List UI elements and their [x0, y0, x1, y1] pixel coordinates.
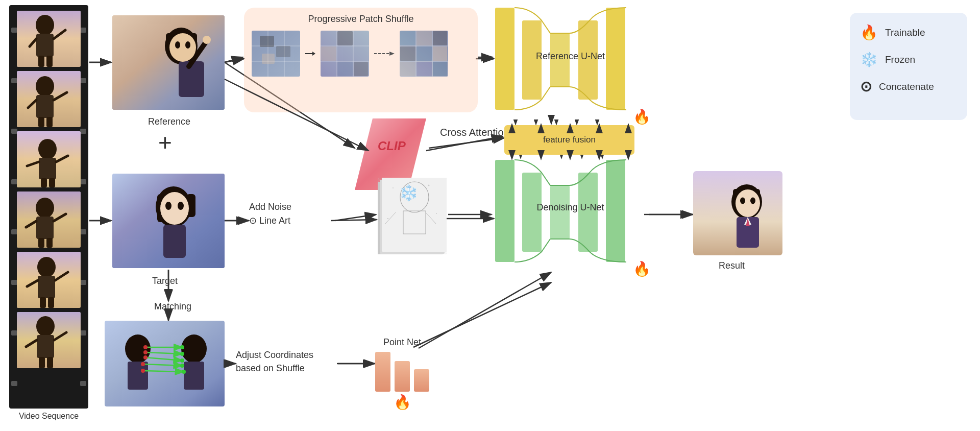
shuffle-box: Progressive Patch Shuffle	[244, 8, 478, 112]
trainable-label: Trainable	[885, 27, 925, 38]
shuffle-img-3	[400, 31, 448, 77]
svg-rect-34	[46, 56, 53, 67]
film-frame-5	[17, 252, 81, 308]
svg-point-84	[160, 192, 189, 225]
svg-marker-97	[312, 52, 315, 56]
svg-rect-105	[354, 62, 368, 76]
svg-rect-149	[606, 160, 625, 262]
ref-unet-label: Reference U-Net	[536, 51, 605, 62]
plus-sign: +	[158, 129, 172, 156]
target-label: Target	[152, 276, 178, 286]
film-frame-6	[17, 312, 81, 368]
adjust-coords-section: Adjust Coordinates based on Shuffle	[236, 350, 313, 374]
concatenate-icon: ⊙	[860, 78, 872, 95]
legend-frozen: ❄️ Frozen	[860, 51, 957, 68]
legend-trainable: 🔥 Trainable	[860, 24, 957, 41]
point-net-bar-2	[395, 361, 410, 392]
adjust-coords-label: Adjust Coordinates	[236, 350, 313, 361]
clip-label: CLIP	[378, 139, 406, 153]
svg-point-177	[750, 198, 755, 204]
svg-rect-61	[40, 297, 46, 308]
svg-rect-87	[163, 225, 186, 258]
svg-point-162	[143, 350, 148, 354]
diagram-container: Video Sequence	[0, 0, 980, 431]
svg-rect-114	[400, 31, 415, 45]
shuffle-arrow-1	[305, 49, 315, 59]
svg-point-164	[141, 362, 145, 366]
cross-attention-label: Cross Attention	[440, 127, 509, 138]
shuffle-dots	[374, 49, 395, 59]
svg-rect-54	[38, 238, 44, 248]
shuffle-title: Progressive Patch Shuffle	[308, 14, 414, 25]
svg-rect-62	[48, 297, 54, 308]
svg-rect-119	[433, 46, 447, 61]
svg-marker-108	[389, 52, 395, 56]
feature-fusion-label: feature fusion	[543, 135, 596, 145]
svg-point-64	[36, 316, 55, 337]
svg-rect-70	[112, 15, 225, 110]
svg-point-136	[393, 187, 394, 188]
matching-label: Matching	[154, 301, 191, 312]
film-strip	[9, 5, 88, 409]
video-sequence-label: Video Sequence	[9, 412, 88, 421]
svg-point-50	[36, 198, 54, 218]
add-noise-section: Add Noise ⊙ Line Art	[249, 202, 291, 226]
svg-rect-152	[128, 362, 148, 390]
svg-point-86	[178, 202, 184, 210]
trainable-icon: 🔥	[860, 24, 878, 41]
svg-point-168	[180, 358, 184, 363]
svg-line-9	[331, 220, 377, 221]
svg-point-176	[740, 198, 745, 204]
svg-rect-95	[262, 54, 275, 64]
svg-rect-94	[276, 46, 290, 57]
svg-point-163	[143, 355, 148, 360]
svg-point-78	[175, 41, 180, 49]
svg-point-153	[181, 334, 207, 363]
point-net-bar-1	[375, 352, 390, 392]
svg-point-167	[180, 352, 184, 356]
svg-rect-33	[38, 56, 44, 67]
shuffle-images	[252, 31, 448, 77]
point-net-fire: 🔥	[375, 394, 429, 411]
feature-fusion: feature fusion	[504, 125, 634, 155]
svg-point-57	[37, 257, 56, 277]
line-art-label: ⊙ Line Art	[249, 215, 291, 226]
svg-line-4	[225, 59, 244, 62]
reference-label: Reference	[148, 116, 190, 127]
matched-image	[105, 321, 225, 406]
svg-point-36	[36, 76, 54, 97]
svg-point-175	[736, 189, 760, 217]
svg-rect-140	[495, 8, 514, 110]
svg-line-22	[419, 272, 551, 348]
svg-point-77	[169, 33, 196, 62]
svg-point-169	[180, 364, 184, 368]
legend-box: 🔥 Trainable ❄️ Frozen ⊙ Concatenate	[850, 13, 967, 120]
svg-rect-144	[606, 8, 625, 110]
svg-rect-30	[36, 34, 54, 57]
svg-rect-37	[36, 95, 54, 118]
clip-snowflake: ❄️	[399, 184, 418, 202]
svg-line-206	[413, 282, 551, 347]
film-frame-3	[17, 131, 81, 187]
svg-rect-40	[38, 117, 44, 127]
svg-point-79	[185, 41, 190, 49]
film-frame-1	[17, 11, 81, 67]
ref-unet-fire: 🔥	[633, 108, 651, 125]
svg-point-43	[38, 139, 57, 159]
svg-rect-69	[47, 357, 53, 368]
svg-rect-44	[39, 158, 56, 179]
svg-rect-118	[416, 46, 432, 61]
svg-point-170	[182, 370, 186, 374]
svg-rect-115	[416, 31, 432, 45]
frozen-label: Frozen	[885, 54, 915, 65]
concatenate-label: Concatenate	[879, 81, 934, 92]
svg-rect-116	[433, 31, 447, 45]
shuffle-img-1	[252, 31, 300, 77]
svg-point-138	[387, 218, 388, 219]
svg-rect-104	[337, 31, 353, 45]
svg-rect-88	[252, 31, 300, 77]
legend-concatenate: ⊙ Concatenate	[860, 78, 957, 95]
svg-point-139	[436, 213, 437, 214]
svg-point-29	[36, 15, 54, 35]
svg-rect-58	[38, 276, 55, 298]
